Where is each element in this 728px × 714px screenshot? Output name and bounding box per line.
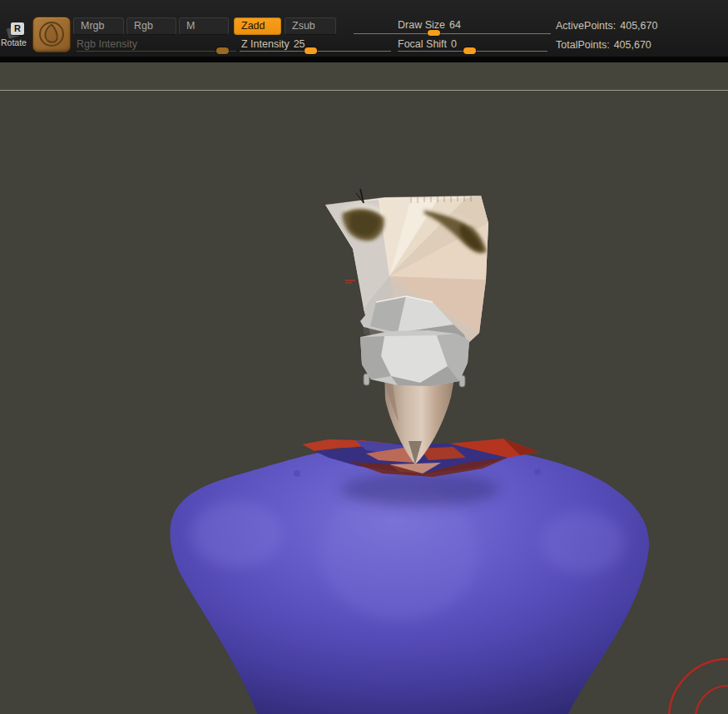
rgb-intensity-slider-track[interactable] — [77, 51, 236, 52]
brush-alpha-icon — [33, 17, 70, 52]
3d-model-render — [0, 62, 728, 714]
z-intensity-slider-handle[interactable] — [305, 47, 317, 54]
sculpt-viewport-canvas[interactable] — [0, 62, 728, 714]
model-torso — [170, 444, 649, 714]
active-points-stat: ActivePoints:405,670 — [556, 20, 657, 32]
draw-size-label: Draw Size64 — [398, 19, 461, 31]
rgb-intensity-slider-handle[interactable] — [216, 47, 229, 54]
z-intensity-label: Z Intensity25 — [241, 38, 305, 50]
focal-shift-label: Focal Shift0 — [398, 38, 457, 50]
application-window: R Rotate Mrgb Rgb M Zadd Zsub Draw Size6… — [0, 0, 728, 714]
focal-shift-slider-handle[interactable] — [463, 47, 476, 54]
rgb-intensity-label: Rgb Intensity — [77, 38, 141, 50]
total-points-stat: TotalPoints:405,670 — [556, 39, 651, 51]
brush-cursor-circles — [669, 659, 728, 714]
zsub-button[interactable]: Zsub — [285, 17, 336, 35]
rgb-button[interactable]: Rgb — [126, 17, 176, 35]
m-button[interactable]: M — [179, 17, 229, 35]
zadd-button[interactable]: Zadd — [234, 17, 281, 35]
toolbar-separator — [0, 57, 728, 62]
rotate-icon: R — [11, 22, 24, 35]
draw-size-slider-track[interactable] — [354, 33, 551, 34]
top-shelf-toolbar: R Rotate Mrgb Rgb M Zadd Zsub Draw Size6… — [0, 0, 728, 57]
head-red-mark — [345, 280, 355, 283]
mrgb-button[interactable]: Mrgb — [73, 17, 124, 35]
draw-size-slider-handle[interactable] — [428, 30, 440, 36]
brush-stroke-preview-button[interactable] — [32, 17, 71, 52]
